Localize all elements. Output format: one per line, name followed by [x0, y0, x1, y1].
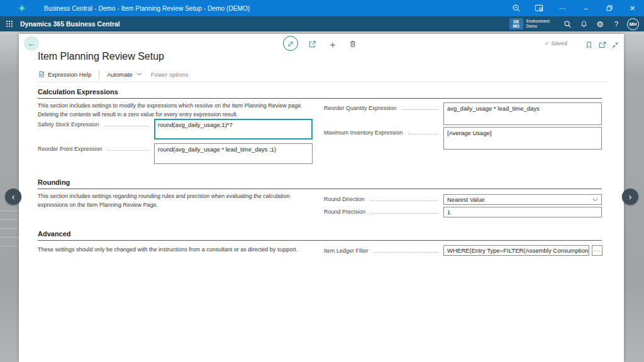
- section-heading-calculation-expressions[interactable]: Calculation Expressions: [38, 88, 602, 99]
- safety-stock-input[interactable]: round(avg_daily_usage;1)*7: [154, 119, 313, 140]
- actionbar-divider-line: [38, 82, 607, 82]
- chevron-right-icon: ›: [629, 192, 632, 202]
- environment-name: Demo: [526, 24, 537, 28]
- app-launcher-waffle-icon[interactable]: [0, 16, 19, 31]
- edit-button[interactable]: [283, 36, 298, 51]
- more-options-icon[interactable]: ⋯: [551, 0, 574, 16]
- bookmark-button[interactable]: [584, 40, 594, 50]
- expression-help-label: Expression Help: [48, 71, 91, 78]
- share-button[interactable]: [307, 39, 317, 49]
- back-arrow-icon: ←: [28, 39, 36, 48]
- restore-window-icon[interactable]: [597, 0, 621, 16]
- chevron-left-icon: ‹: [12, 192, 15, 202]
- page-card: ← + ✓ Saved: [19, 34, 624, 362]
- rounding-description: This section includes settings regarding…: [38, 192, 314, 209]
- search-icon[interactable]: [559, 16, 575, 31]
- reorder-quantity-label-row: Reorder Quantity Expression: [324, 105, 443, 111]
- item-ledger-filter-label-row: Item Ledger Filter: [324, 248, 443, 254]
- dotted-leader: [374, 248, 438, 253]
- maximum-inventory-label: Maximum Inventory Expression: [324, 129, 403, 136]
- action-divider: [99, 70, 99, 79]
- close-icon[interactable]: ✕: [621, 0, 644, 16]
- environment-text: Environment: Demo: [526, 19, 550, 29]
- workspace: ← + ✓ Saved: [0, 31, 644, 362]
- open-in-new-window-button[interactable]: [597, 40, 608, 50]
- collapse-arrows-icon: [611, 41, 619, 49]
- gear-glyph: ⚙: [596, 20, 604, 28]
- env-badge-line2: MO: [513, 24, 519, 28]
- dotted-leader: [370, 197, 438, 201]
- environment-badge[interactable]: DE MO: [509, 18, 523, 30]
- action-bar: Expression Help Automate Fewer options: [38, 69, 189, 79]
- round-precision-input[interactable]: 1: [443, 207, 602, 217]
- help-icon[interactable]: ?: [608, 16, 625, 31]
- app-name[interactable]: Dynamics 365 Business Central: [20, 20, 120, 28]
- env-badge-line1: DE: [513, 19, 519, 24]
- plus-icon: +: [330, 40, 336, 49]
- environment-label: Environment:: [526, 19, 550, 23]
- reorder-point-label-row: Reorder Point Expression: [38, 146, 154, 152]
- dotted-leader: [408, 130, 438, 134]
- popout-icon: [598, 41, 607, 49]
- fewer-options-button[interactable]: Fewer options: [151, 71, 189, 78]
- automate-menu[interactable]: Automate: [107, 71, 142, 78]
- trash-icon: [348, 40, 357, 48]
- round-direction-select[interactable]: Nearest Value: [443, 194, 602, 205]
- next-record-button[interactable]: ›: [622, 189, 638, 205]
- bookmark-icon: [585, 41, 593, 49]
- pencil-icon: [287, 40, 295, 48]
- new-button[interactable]: +: [328, 39, 338, 49]
- calculation-description: This section includes settings to modify…: [38, 102, 314, 119]
- zoom-out-icon[interactable]: [504, 0, 528, 16]
- page-title: Item Planning Review Setup: [38, 51, 164, 62]
- round-direction-value: Nearest Value: [447, 196, 485, 203]
- notifications-bell-icon[interactable]: [575, 16, 592, 31]
- section-heading-rounding[interactable]: Rounding: [38, 178, 602, 189]
- fewer-options-label: Fewer options: [151, 71, 189, 78]
- avatar[interactable]: MH: [627, 18, 639, 30]
- chevron-down-icon: [136, 72, 142, 76]
- window-titlebar: Business Central - Demo - Item Planning …: [0, 0, 644, 16]
- check-icon: ✓: [545, 40, 550, 47]
- window-controls: ⋯ – ✕: [504, 0, 644, 16]
- round-direction-label-row: Round Direction: [324, 196, 443, 202]
- round-precision-label-row: Round Precision: [324, 209, 443, 215]
- chevron-down-icon: [592, 198, 598, 202]
- item-ledger-filter-input[interactable]: WHERE(Entry Type=FILTER(Assembly Consump…: [443, 245, 589, 256]
- expression-help-button[interactable]: Expression Help: [38, 70, 91, 78]
- dotted-leader: [108, 146, 149, 151]
- window-title: Business Central - Demo - Item Planning …: [44, 5, 250, 12]
- delete-button[interactable]: [348, 39, 358, 49]
- item-ledger-filter-label: Item Ledger Filter: [324, 248, 369, 254]
- business-central-logo-icon: [18, 4, 26, 13]
- reorder-quantity-input[interactable]: avg_daily_usage * lead_time_days: [443, 102, 602, 125]
- dotted-leader: [104, 122, 149, 126]
- collapse-button[interactable]: [610, 40, 620, 50]
- left-gutter-lines: [0, 202, 19, 249]
- previous-record-button[interactable]: ‹: [5, 189, 21, 205]
- settings-gear-icon[interactable]: ⚙: [592, 16, 608, 31]
- reorder-point-label: Reorder Point Expression: [38, 146, 103, 152]
- maximum-inventory-input[interactable]: [Average Usage]: [443, 127, 602, 150]
- reorder-quantity-label: Reorder Quantity Expression: [324, 105, 397, 111]
- save-status: ✓ Saved: [545, 40, 567, 47]
- share-icon: [308, 40, 317, 49]
- dotted-leader: [370, 209, 438, 214]
- maximum-inventory-label-row: Maximum Inventory Expression: [324, 129, 443, 136]
- dotted-leader: [402, 106, 438, 110]
- round-direction-label: Round Direction: [324, 196, 365, 202]
- automate-label: Automate: [107, 71, 133, 78]
- app-window: Business Central - Demo - Item Planning …: [0, 0, 644, 362]
- search-in-window-icon[interactable]: [528, 0, 551, 16]
- navbar-right: DE MO Environment: Demo ⚙ ? MH: [509, 16, 644, 31]
- minimize-icon[interactable]: –: [574, 0, 597, 16]
- bc-navbar: Dynamics 365 Business Central DE MO Envi…: [0, 16, 644, 31]
- safety-stock-label: Safety Stock Expression: [38, 121, 99, 128]
- reorder-point-input[interactable]: round(avg_daily_usage * lead_time_days ;…: [154, 143, 313, 164]
- section-heading-advanced[interactable]: Advanced: [38, 230, 602, 241]
- document-icon: [38, 70, 45, 78]
- item-ledger-filter-assist-button[interactable]: ···: [592, 245, 602, 256]
- back-button[interactable]: ←: [24, 36, 39, 51]
- safety-stock-label-row: Safety Stock Expression: [38, 121, 154, 128]
- round-precision-label: Round Precision: [324, 209, 365, 215]
